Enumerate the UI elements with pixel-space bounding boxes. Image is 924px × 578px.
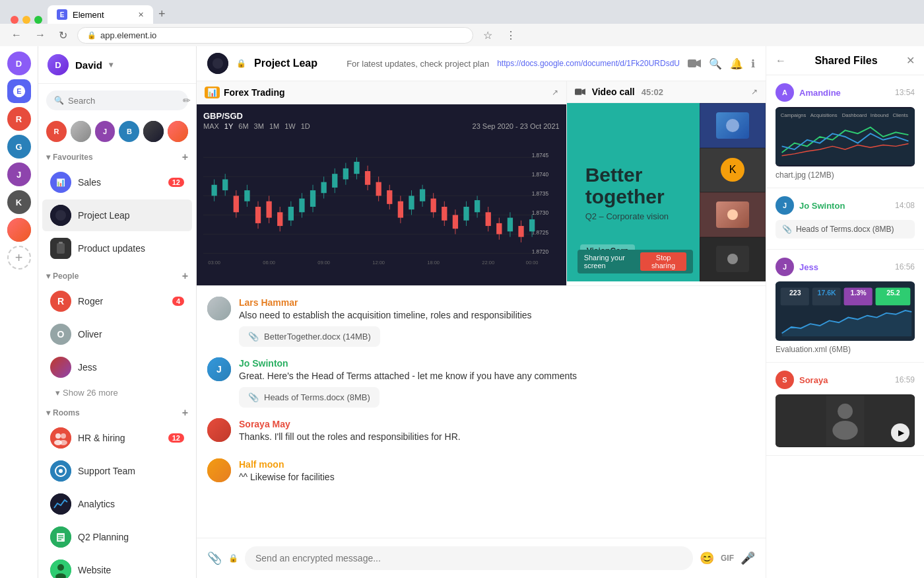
right-panel-close-button[interactable]: ✕ — [906, 54, 915, 67]
sidebar-item-hr-hiring[interactable]: HR & hiring 12 — [42, 422, 192, 454]
svg-marker-110 — [581, 89, 585, 95]
add-favourite-button[interactable]: + — [182, 151, 188, 163]
forex-ext-btn[interactable]: ↗ — [552, 88, 558, 97]
recent-avatar-3[interactable]: J — [95, 121, 116, 142]
recent-avatar-6[interactable] — [168, 121, 188, 142]
right-panel-back-button[interactable]: ← — [776, 55, 786, 67]
chart-ctrl-3m[interactable]: 3M — [254, 122, 264, 130]
sidebar-item-analytics[interactable]: Analytics — [42, 488, 192, 520]
q2-planning-label: Q2 Planning — [78, 532, 184, 542]
lars-message-content: Lars Hammar Also need to establish the a… — [239, 297, 755, 347]
minimize-traffic-light[interactable] — [22, 16, 30, 24]
svg-text:Inbound: Inbound — [871, 112, 889, 118]
soraya-author: Soraya May — [239, 419, 290, 429]
traffic-lights — [5, 16, 48, 24]
chart-ctrl-1d[interactable]: 1D — [301, 122, 310, 130]
lars-message-text: Also need to establish the acquisition t… — [239, 308, 755, 322]
address-bar[interactable]: 🔒 app.element.io — [77, 27, 473, 44]
add-person-button[interactable]: + — [182, 270, 188, 282]
add-workspace-button[interactable]: + — [7, 246, 31, 270]
sidebar-item-support-team[interactable]: Support Team — [42, 455, 192, 487]
back-button[interactable]: ← — [8, 28, 25, 42]
show-more-people[interactable]: ▾ Show 26 more — [48, 384, 196, 402]
add-room-button[interactable]: + — [182, 407, 188, 419]
favourites-section-header[interactable]: ▾ Favourites + — [38, 146, 196, 166]
chart-controls: MAX 1Y 6M 3M 1M 1W 1D 23 Sep 2020 - 23 O… — [203, 122, 560, 130]
svg-rect-51 — [255, 207, 261, 223]
svg-rect-55 — [277, 212, 282, 226]
menu-button[interactable]: ⋮ — [502, 28, 519, 43]
gif-button[interactable]: GIF — [721, 554, 734, 563]
recent-avatar-1[interactable]: R — [46, 121, 67, 142]
halfmoon-author: Half moon — [239, 459, 284, 470]
workspace-avatar-5[interactable] — [7, 218, 31, 242]
compose-icon[interactable]: ✏ — [183, 95, 191, 106]
svg-rect-47 — [234, 196, 239, 212]
sidebar-item-roger[interactable]: R Roger 4 — [42, 285, 192, 317]
chart-ctrl-max[interactable]: MAX — [203, 122, 219, 130]
search-input-wrapper[interactable]: 🔍 ✏ — [46, 90, 188, 110]
sidebar-item-project-leap[interactable]: Project Leap — [42, 199, 192, 231]
workspace-avatar-1[interactable]: R — [7, 107, 31, 131]
message-input[interactable] — [245, 546, 693, 570]
stop-sharing-button[interactable]: Stop sharing — [640, 252, 686, 271]
input-attach-icon[interactable]: 📎 — [207, 551, 222, 565]
sidebar-item-jess[interactable]: Jess — [42, 351, 192, 383]
recent-avatar-2[interactable] — [71, 121, 91, 142]
rooms-section-header[interactable]: ▾ Rooms + — [38, 402, 196, 421]
video-main-text: Better together — [585, 164, 681, 207]
forward-button[interactable]: → — [32, 28, 49, 42]
recent-avatar-4[interactable]: B — [119, 121, 139, 142]
oliver-label: Oliver — [78, 329, 184, 340]
workspace-avatar-3[interactable]: J — [7, 163, 31, 186]
emoji-button[interactable]: 😊 — [700, 551, 714, 565]
sidebar-item-sales[interactable]: 📊 Sales 12 — [42, 166, 192, 198]
active-tab[interactable]: E Element ✕ — [48, 5, 153, 24]
jo-message-text: Great. Here's the Head of Terms attached… — [239, 369, 755, 383]
video-call-panel: Video call 45:02 ↗ Better together Q2 – … — [567, 81, 766, 285]
people-section-header[interactable]: ▾ People + — [38, 265, 196, 285]
video-ext-btn[interactable]: ↗ — [751, 87, 758, 96]
sidebar-user[interactable]: D David ▾ — [48, 54, 113, 75]
user-avatar-rail[interactable]: D — [7, 52, 31, 75]
sidebar-item-product-updates[interactable]: Product updates — [42, 233, 192, 264]
video-play-button[interactable]: ▶ — [891, 423, 909, 442]
sidebar-item-q2-planning[interactable]: Q2 Planning — [42, 521, 192, 553]
workspace-avatar-2[interactable]: G — [7, 135, 31, 159]
sidebar-item-oliver[interactable]: O Oliver — [42, 318, 192, 350]
chart-ctrl-1y[interactable]: 1Y — [224, 122, 233, 130]
soraya-message-text: Thanks. I'll fill out the roles and resp… — [239, 430, 755, 444]
recent-avatar-5[interactable] — [143, 121, 164, 142]
search-input[interactable] — [68, 96, 179, 106]
jo-sf-attachment[interactable]: 📎 Heads of Terms.docx (8MB) — [776, 220, 915, 238]
workspace-avatar-4[interactable]: K — [7, 190, 31, 214]
new-tab-button[interactable]: + — [153, 5, 171, 24]
chart-ctrl-1w[interactable]: 1W — [284, 122, 296, 130]
shared-file-amandine: A Amandine 13:54 Campaigns Acquisitions … — [766, 75, 924, 188]
show-more-people-label: Show 26 more — [63, 388, 118, 398]
bookmark-button[interactable]: ☆ — [480, 28, 496, 43]
refresh-button[interactable]: ↻ — [55, 28, 71, 43]
media-row: 📊 Forex Trading ↗ GBP/SGD MAX 1Y 6M 3M 1… — [197, 81, 766, 286]
tab-close-btn[interactable]: ✕ — [138, 11, 144, 19]
halfmoon-message-content: Half moon ^^ Likewise for facilities — [239, 458, 755, 488]
info-button[interactable]: ℹ — [751, 57, 755, 70]
notifications-button[interactable]: 🔔 — [730, 57, 743, 70]
chart-ctrl-6m[interactable]: 6M — [238, 122, 248, 130]
svg-point-17 — [50, 493, 71, 515]
maximize-traffic-light[interactable] — [34, 16, 42, 24]
close-traffic-light[interactable] — [11, 16, 18, 24]
channel-link[interactable]: https://docs.google.com/document/d/1Fk20… — [497, 59, 680, 68]
sidebar-item-website[interactable]: Website — [42, 554, 192, 578]
mic-button[interactable]: 🎤 — [741, 551, 755, 565]
search-messages-button[interactable]: 🔍 — [709, 57, 722, 70]
video-call-content: Better together Q2 – Corporate vision K — [567, 103, 766, 281]
jo-attachment[interactable]: 📎 Heads of Terms.docx (8MB) — [239, 387, 380, 408]
jess-sf-time: 16:56 — [895, 262, 915, 271]
video-call-button[interactable] — [688, 59, 701, 68]
element-icon[interactable]: E — [7, 79, 31, 103]
chart-ctrl-1m[interactable]: 1M — [269, 122, 279, 130]
website-icon — [50, 560, 71, 578]
sales-icon: 📊 — [50, 172, 71, 193]
lars-attachment[interactable]: 📎 BetterTogether.docx (14MB) — [239, 326, 380, 347]
